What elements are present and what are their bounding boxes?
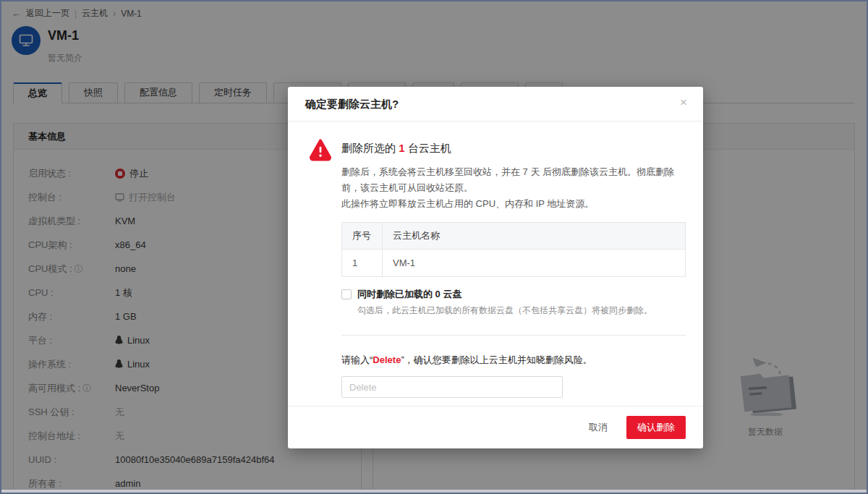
modal-body: 删除所选的 1 台云主机 删除后，系统会将云主机移至回收站，并在 7 天 后彻底… [288,122,703,406]
delete-disks-hint: 勾选后，此云主机已加载的所有数据云盘（不包括共享云盘）将被同步删除。 [357,305,686,317]
vm-table: 序号 云主机名称 1 VM-1 [341,222,686,277]
delete-description-1: 删除后，系统会将云主机移至回收站，并在 7 天 后彻底删除该云主机。彻底删除前，… [341,164,686,196]
cancel-button[interactable]: 取消 [586,417,610,438]
vm-detail-page: ← 返回上一页 | 云主机 › VM-1 VM-1 暂无简介 总览 快照 配置信… [0,0,868,494]
close-icon[interactable]: × [680,96,687,108]
confirm-delete-button[interactable]: 确认删除 [626,416,686,439]
table-row: 1 VM-1 [342,250,686,277]
delete-disks-option: 同时删除已加载的 0 云盘 [341,288,686,301]
delete-summary: 删除所选的 1 台云主机 [341,137,686,159]
modal-title: 确定要删除云主机? [305,98,399,110]
vm-count: 1 [399,142,404,154]
vm-name-cell: VM-1 [383,250,686,277]
delete-keyword: Delete [373,354,401,365]
delete-confirm-input[interactable] [341,376,563,398]
delete-disks-checkbox[interactable] [341,289,352,299]
modal-footer: 取消 确认删除 [288,406,703,448]
confirm-instruction: 请输入“Delete”，确认您要删除以上云主机并知晓删除风险。 [341,354,686,367]
row-index-cell: 1 [342,250,383,277]
table-header-name: 云主机名称 [383,223,686,250]
delete-description-2: 此操作将立即释放云主机占用的 CPU、内存和 IP 地址资源。 [341,196,686,212]
delete-disks-label: 同时删除已加载的 0 云盘 [357,288,461,301]
window-bottom-edge [1,490,867,493]
delete-vm-modal: 确定要删除云主机? × 删除所选的 1 台云主机 删除后，系统会将云主机移至回收… [288,87,703,448]
warning-icon [308,137,333,162]
divider [341,335,686,336]
modal-header: 确定要删除云主机? × [288,87,703,122]
table-header-index: 序号 [342,223,383,250]
